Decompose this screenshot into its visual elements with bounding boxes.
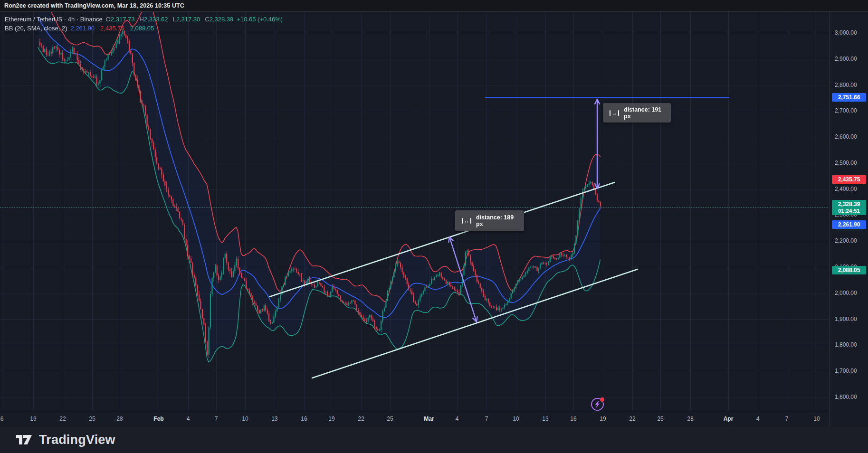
price-label: 3,000.00	[835, 29, 857, 36]
time-label-month: Mar	[424, 415, 434, 422]
time-label: 6	[0, 415, 4, 422]
time-label: 28	[116, 415, 123, 422]
time-label: 10	[513, 415, 519, 422]
time-label: 25	[657, 415, 663, 422]
indicator-values: 2,261.902,435.752,088.05	[71, 25, 154, 32]
ohlc-values: O2,317.73H2,333.62L2,317.30C2,328.39	[106, 16, 234, 23]
time-label: 22	[59, 415, 66, 422]
time-label: 7	[785, 415, 789, 422]
time-label-month: Apr	[724, 415, 734, 422]
bb-value-1: 2,435.75	[100, 25, 124, 32]
measure-tooltip-0: ↔distance: 191 px	[603, 103, 671, 123]
measure-distance-text: distance: 189 px	[476, 214, 517, 227]
time-label: 10	[813, 415, 820, 422]
chart-canvas[interactable]	[0, 0, 868, 453]
attribution-bar: Ron2ee created with TradingView.com, Mar…	[0, 0, 868, 12]
time-label: 4	[187, 415, 190, 422]
price-badge-last-price: 2,328.3901:24:51	[832, 200, 866, 215]
bb-value-2: 2,088.05	[130, 25, 154, 32]
price-label: 2,000.00	[835, 290, 857, 296]
tradingview-brand-text: TradingView	[39, 433, 115, 447]
price-label: 2,400.00	[835, 186, 857, 192]
time-label: 10	[242, 415, 248, 422]
time-label: 25	[89, 415, 95, 422]
price-label: 1,800.00	[835, 341, 857, 348]
price-label: 2,900.00	[835, 56, 857, 62]
time-label: 22	[629, 415, 635, 422]
tradingview-logo[interactable]: TradingView	[16, 433, 115, 447]
time-label: 25	[387, 415, 393, 422]
time-label: 28	[687, 415, 693, 422]
price-label: 1,900.00	[835, 316, 857, 322]
tradingview-snapshot: Ron2ee created with TradingView.com, Mar…	[0, 0, 868, 453]
chart-legend: Ethereum / TetherUS · 4h · Binance O2,31…	[5, 15, 283, 33]
footer-bar: TradingView	[0, 426, 868, 453]
symbol-title[interactable]: Ethereum / TetherUS · 4h · Binance	[5, 16, 103, 23]
time-label: 19	[600, 415, 606, 422]
price-label: 2,800.00	[835, 82, 857, 88]
symbol-legend-row[interactable]: Ethereum / TetherUS · 4h · Binance O2,31…	[5, 15, 283, 24]
measure-distance-text: distance: 191 px	[624, 106, 664, 120]
indicator-name[interactable]: BB (20, SMA, close, 2)	[5, 25, 67, 32]
measure-tooltip-1: ↔distance: 189 px	[455, 210, 524, 231]
price-label: 2,700.00	[835, 107, 857, 114]
price-badge-ray-price: 2,751.66	[832, 93, 866, 102]
time-label: 4	[456, 415, 459, 422]
measure-icon: ↔	[610, 110, 619, 116]
notification-dot	[600, 397, 604, 402]
ohlc-h: H2,333.62	[139, 16, 168, 23]
time-label: 7	[215, 415, 218, 422]
attribution-text: Ron2ee created with TradingView.com, Mar…	[4, 2, 184, 9]
time-axis[interactable]: 619222528Feb47101316192225Mar47101316192…	[0, 411, 829, 426]
time-label: 7	[485, 415, 488, 422]
time-label: 4	[756, 415, 760, 422]
time-label: 22	[358, 415, 364, 422]
time-label-month: Feb	[153, 415, 163, 422]
price-label: 2,600.00	[835, 133, 857, 140]
time-label: 19	[328, 415, 334, 422]
price-badge-bb-upper: 2,435.75	[832, 175, 866, 184]
price-label: 1,600.00	[835, 394, 857, 400]
time-label: 16	[570, 415, 576, 422]
price-axis[interactable]: 3,000.002,900.002,800.002,700.002,600.00…	[829, 12, 868, 426]
price-label: 2,200.00	[835, 237, 857, 244]
ohlc-l: L2,317.30	[172, 16, 200, 23]
measure-icon: ↔	[462, 217, 471, 224]
tradingview-logo-icon	[16, 434, 32, 445]
time-label: 13	[271, 415, 277, 422]
lightning-events-icon[interactable]	[591, 398, 604, 411]
indicator-legend-row[interactable]: BB (20, SMA, close, 2) 2,261.902,435.752…	[5, 24, 283, 33]
time-label: 19	[30, 415, 36, 422]
time-label: 13	[542, 415, 548, 422]
countdown-timer: 01:24:51	[832, 208, 866, 214]
price-badge-bb-lower: 2,088.05	[832, 266, 866, 274]
ohlc-c: C2,328.39	[205, 16, 233, 23]
bb-value-0: 2,261.90	[71, 25, 95, 32]
price-change: +10.65 (+0.46%)	[237, 16, 283, 23]
ohlc-o: O2,317.73	[106, 16, 135, 23]
price-label: 1,700.00	[835, 368, 857, 374]
price-badge-bb-middle: 2,261.90	[832, 220, 866, 229]
time-label: 16	[301, 415, 307, 422]
price-label: 2,500.00	[835, 160, 857, 166]
